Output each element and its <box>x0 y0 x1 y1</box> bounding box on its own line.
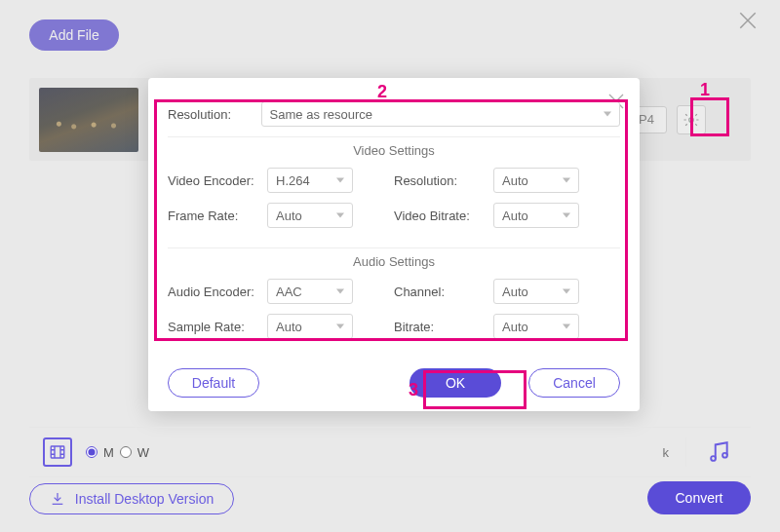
download-icon <box>50 491 65 507</box>
video-encoder-select[interactable]: H.264 <box>267 168 353 193</box>
resolution-label: Resolution: <box>168 107 261 122</box>
audio-bitrate-label: Bitrate: <box>394 320 493 334</box>
settings-modal: Resolution: Same as resource Video Setti… <box>148 78 640 411</box>
sample-rate-select[interactable]: Auto <box>267 314 353 339</box>
frame-rate-select[interactable]: Auto <box>267 203 353 228</box>
svg-point-2 <box>711 456 716 461</box>
audio-settings-title: Audio Settings <box>168 254 620 269</box>
svg-point-3 <box>722 453 727 458</box>
divider <box>168 136 620 137</box>
install-desktop-button[interactable]: Install Desktop Version <box>29 483 234 514</box>
music-icon[interactable] <box>706 439 731 465</box>
bottom-bar: M W k Install Desktop Version Convert <box>0 427 780 532</box>
channel-label: Channel: <box>394 285 493 299</box>
film-icon <box>49 443 66 461</box>
format-label-1: M <box>103 445 114 460</box>
video-bitrate-select[interactable]: Auto <box>493 203 579 228</box>
convert-button[interactable]: Convert <box>647 481 751 514</box>
audio-bitrate-select[interactable]: Auto <box>493 314 579 339</box>
format-label-2: W <box>137 445 149 460</box>
format-radio-1[interactable] <box>86 446 98 458</box>
divider <box>168 247 620 248</box>
resolution-select[interactable]: Same as resource <box>261 101 620 127</box>
cancel-button[interactable]: Cancel <box>528 368 620 398</box>
default-button[interactable]: Default <box>168 368 259 398</box>
video-encoder-label: Video Encoder: <box>168 173 267 188</box>
video-settings-title: Video Settings <box>168 143 620 158</box>
svg-rect-1 <box>51 446 64 458</box>
format-option-1[interactable]: M <box>86 445 114 460</box>
video-bitrate-label: Video Bitrate: <box>394 209 493 223</box>
frame-rate-label: Frame Rate: <box>168 209 267 223</box>
video-resolution-select[interactable]: Auto <box>493 168 579 193</box>
install-label: Install Desktop Version <box>75 491 214 507</box>
format-option-2[interactable]: W <box>120 445 149 460</box>
divider <box>685 437 686 467</box>
format-radio-2[interactable] <box>120 446 132 458</box>
channel-select[interactable]: Auto <box>493 279 579 304</box>
audio-encoder-label: Audio Encoder: <box>168 285 267 299</box>
ok-button[interactable]: OK <box>410 368 501 398</box>
right-hint: k <box>663 445 670 460</box>
video-format-icon[interactable] <box>43 437 72 467</box>
video-resolution-label: Resolution: <box>394 173 493 188</box>
sample-rate-label: Sample Rate: <box>168 320 267 334</box>
audio-encoder-select[interactable]: AAC <box>267 279 353 304</box>
